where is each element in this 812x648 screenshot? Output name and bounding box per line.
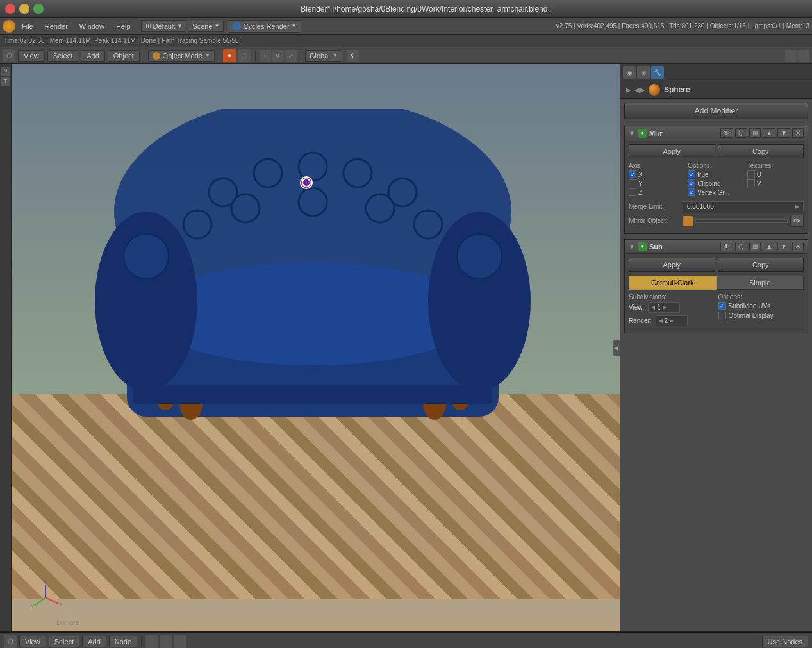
solid-mode-btn[interactable]: ● [223,49,236,62]
sidebar-icon-2[interactable]: T [1,77,10,86]
vertexgr-checkbox[interactable]: ✓ [688,188,695,196]
view-row: View: ◀ 1 ▶ [629,302,715,313]
scene-expand: ▼ [215,23,220,29]
object-name: Sphere [664,85,690,94]
add-modifier-button[interactable]: Add Modifier [624,103,808,119]
subsurf-icons: 👁 ⬡ ⊞ ▲ ▼ ✕ [720,242,804,251]
menu-window[interactable]: Window [74,21,110,31]
mirror-icon-6[interactable]: ✕ [792,128,804,138]
node-type-2[interactable] [160,635,172,648]
subsurf-copy-button[interactable]: Copy [718,258,804,272]
catmull-clark-tab[interactable]: Catmull-Clark [629,276,717,290]
mirror-obj-pencil[interactable]: ✏ [790,215,804,227]
optimal-display-checkbox[interactable] [718,312,726,319]
axis-x-checkbox[interactable]: ✓ [629,170,636,178]
camera-icon[interactable] [785,50,797,62]
menu-help[interactable]: Help [111,21,136,31]
subdivide-uvs-checkbox[interactable]: ✓ [718,302,726,310]
scale-icon[interactable]: ⤢ [285,50,297,62]
node-editor-icon[interactable]: ⬡ [4,635,17,648]
subsurf-icon-4[interactable]: ▲ [763,242,775,251]
close-button[interactable] [5,4,15,14]
wire-mode-btn[interactable]: ◌ [238,49,251,62]
pivot-selector[interactable]: Global ▼ [305,50,342,62]
snap-icons: ⚲ [347,50,359,62]
pivot-expand: ▼ [333,53,338,58]
workspace-selector[interactable]: ⊞ Default ▼ [141,20,187,32]
mirror-obj-field[interactable] [695,219,788,223]
right-icons [785,50,809,62]
mirror-apply-button[interactable]: Apply [629,144,715,158]
view-menu[interactable]: View [18,50,45,62]
view-left-arrow[interactable]: ◀ [651,304,655,310]
mirror-collapse[interactable]: ▼ [629,129,635,137]
mirror-icon-2[interactable]: ⬡ [735,128,747,138]
object-menu[interactable]: Object [108,50,140,62]
3d-viewport[interactable]: X Y Z Do:here ◀ [12,64,620,631]
maximize-button[interactable] [33,4,44,14]
node-select-menu[interactable]: Select [49,636,80,647]
clipping-row: ✓ Clipping [688,179,744,187]
view-value-field[interactable]: ◀ 1 ▶ [648,302,680,313]
sidebar-icon-1[interactable]: N [1,67,10,76]
view-right-arrow[interactable]: ▶ [663,304,667,310]
simple-tab[interactable]: Simple [717,276,804,290]
mirror-icon-4[interactable]: ▲ [763,128,775,138]
axis-y-checkbox[interactable] [629,179,636,187]
props-icon-3[interactable]: 🔧 [651,66,664,79]
viewport-icon: ⬡ [3,49,15,62]
node-type-1[interactable] [145,635,158,648]
render-icon[interactable] [798,50,809,62]
svg-line-22 [46,597,58,604]
mirror-icon-3[interactable]: ⊞ [749,128,761,138]
mirror-icon-1[interactable]: 👁 [720,128,733,138]
subsurf-collapse[interactable]: ▼ [629,243,635,250]
blender-icon[interactable] [3,20,15,33]
grab-icon[interactable]: ↔ [260,50,271,62]
merge-limit-field[interactable]: 0.001000 ▶ [683,201,804,212]
subsurf-toggle[interactable]: ● [638,242,647,251]
mirror-toggle[interactable]: ● [638,129,647,138]
tex-v-checkbox[interactable] [747,179,755,187]
subsurf-icon-1[interactable]: 👁 [720,242,733,251]
panel-resize-right[interactable]: ◀ [613,340,620,356]
rotate-icon[interactable]: ↺ [272,50,284,62]
render-right-arrow[interactable]: ▶ [670,318,674,324]
merge-label: true [697,171,708,178]
vertexgr-label: Vertex Gr... [697,189,729,196]
subsurf-icon-2[interactable]: ⬡ [735,242,747,251]
axis-z-checkbox[interactable] [629,188,636,196]
select-menu[interactable]: Select [47,50,79,62]
use-nodes-toggle[interactable]: Use Nodes [762,636,808,647]
minimize-button[interactable] [19,4,29,14]
engine-selector[interactable]: Cycles Render ▼ [228,20,301,33]
subsurf-icon-3[interactable]: ⊞ [749,242,761,251]
props-icon-1[interactable]: ◉ [623,66,636,79]
mode-selector[interactable]: Object Mode ▼ [148,50,215,62]
merge-checkbox[interactable]: ✓ [688,170,695,178]
node-view-menu[interactable]: View [19,636,46,647]
render-left-arrow[interactable]: ◀ [659,318,663,324]
props-icon-2[interactable]: ⊞ [637,66,650,79]
mirror-icon-5[interactable]: ▼ [777,128,790,138]
props-nav-arrow[interactable]: ◀▶ [634,86,645,94]
scene-selector[interactable]: Scene ▼ [188,21,224,32]
menu-render[interactable]: Render [40,21,73,31]
tex-u-checkbox[interactable] [747,170,755,178]
magnet-icon[interactable]: ⚲ [347,50,359,62]
node-node-menu[interactable]: Node [109,636,137,647]
render-value-field[interactable]: ◀ 2 ▶ [656,315,688,326]
window-controls[interactable] [5,4,44,14]
node-type-3[interactable] [174,635,186,648]
subsurf-apply-button[interactable]: Apply [629,258,715,272]
add-menu[interactable]: Add [81,50,105,62]
icon-grid: ⊞ [145,22,151,30]
node-add-menu[interactable]: Add [82,636,106,647]
menu-file[interactable]: File [17,21,38,31]
subsurf-icon-6[interactable]: ✕ [792,242,804,251]
subsurf-icon-5[interactable]: ▼ [777,242,790,251]
mirror-copy-button[interactable]: Copy [718,144,804,158]
axis-x-row: ✓ X [629,170,685,178]
props-arrow[interactable]: ▶ [626,86,631,94]
clipping-checkbox[interactable]: ✓ [688,179,695,187]
